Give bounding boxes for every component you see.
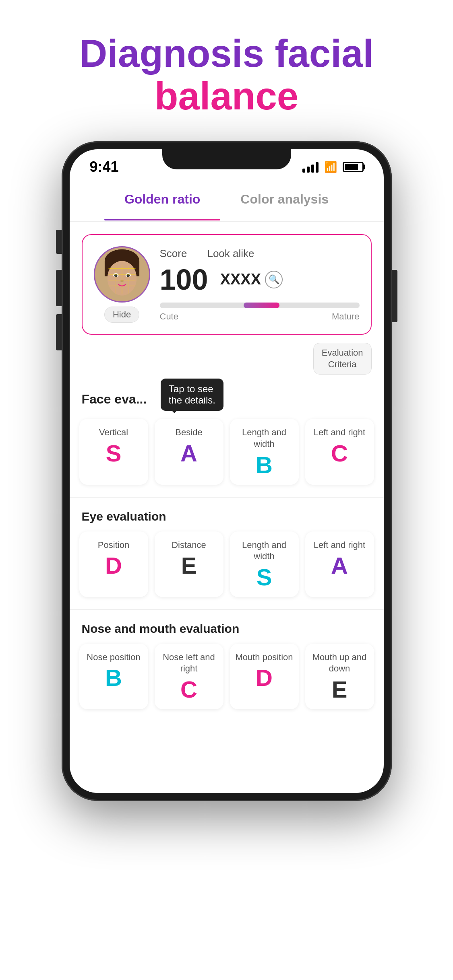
status-icons: 📶 (302, 161, 364, 173)
eval-card-label: Left and right (314, 539, 365, 551)
eval-card-label: Beside (175, 427, 202, 439)
eval-card[interactable]: Nose position B (79, 644, 148, 709)
tab-bar: Golden ratio Color analysis (70, 177, 384, 222)
volume-down-button (56, 314, 62, 350)
search-icon[interactable]: 🔍 (265, 271, 283, 288)
eval-card-label: Mouth up and down (309, 652, 370, 675)
scale-labels: Cute Mature (160, 311, 360, 322)
phone-screen: 9:41 📶 Golden ratio Color analys (70, 149, 384, 793)
eval-card-grade: D (105, 554, 122, 577)
eval-card-label: Left and right (314, 427, 365, 439)
cute-mature-scale (160, 303, 360, 308)
evaluation-criteria-button[interactable]: EvaluationCriteria (313, 343, 372, 375)
score-labels: Score Look alike (160, 247, 360, 260)
headline: Diagnosis facial balance (0, 0, 453, 133)
eval-card-label: Distance (172, 539, 206, 551)
battery-icon (343, 162, 364, 172)
divider-2 (70, 609, 384, 610)
eval-card-grade: C (331, 442, 348, 465)
eval-card[interactable]: Beside A (155, 419, 223, 484)
eval-card-label: Mouth position (235, 652, 293, 663)
look-alike-label: Look alike (207, 247, 254, 260)
score-card: Hide Score Look alike 100 XXXX 🔍 (82, 234, 372, 335)
eval-card-grade: D (256, 666, 273, 690)
wifi-icon: 📶 (324, 161, 337, 173)
face-evaluation-section: Face eva... Tap to seethe details. Verti… (70, 379, 384, 492)
eval-card-label: Position (98, 539, 129, 551)
face-evaluation-grid: Vertical S Beside A Length and width B L… (70, 415, 384, 492)
eye-evaluation-section: Eye evaluation Position D Distance E Len… (70, 502, 384, 605)
phone-mockup: 9:41 📶 Golden ratio Color analys (62, 141, 392, 801)
divider-1 (70, 497, 384, 498)
notch (162, 149, 291, 169)
power-button (392, 270, 397, 322)
signal-icon (302, 161, 319, 173)
nose-mouth-evaluation-grid: Nose position B Nose left and right C Mo… (70, 640, 384, 717)
phone-shell: 9:41 📶 Golden ratio Color analys (62, 141, 392, 801)
eval-card-grade: B (256, 453, 273, 477)
tab-golden-ratio[interactable]: Golden ratio (104, 185, 220, 213)
tab-color-analysis[interactable]: Color analysis (220, 185, 349, 213)
score-info: Score Look alike 100 XXXX 🔍 Cu (160, 247, 360, 322)
status-time: 9:41 (90, 159, 119, 175)
eval-card-grade: S (256, 566, 272, 589)
eval-card-label: Vertical (99, 427, 128, 439)
eval-card-grade: E (181, 554, 197, 577)
volume-up-button (56, 270, 62, 306)
eval-card[interactable]: Left and right C (305, 419, 374, 484)
eval-card[interactable]: Nose left and right C (155, 644, 223, 709)
nose-mouth-evaluation-title: Nose and mouth evaluation (70, 614, 384, 640)
nose-mouth-evaluation-section: Nose and mouth evaluation Nose position … (70, 614, 384, 717)
score-label: Score (160, 247, 187, 260)
scale-mature: Mature (332, 311, 359, 322)
eval-card[interactable]: Mouth position D (230, 644, 299, 709)
eval-card[interactable]: Length and width S (230, 531, 299, 597)
headline-line1: Diagnosis facial (79, 32, 374, 75)
eval-card-label: Length and width (234, 427, 295, 450)
hide-button[interactable]: Hide (104, 307, 139, 323)
tooltip-bubble: Tap to seethe details. (161, 379, 223, 411)
avatar (94, 246, 150, 303)
eval-card-label: Nose position (87, 652, 140, 663)
eval-card-grade: A (180, 442, 197, 465)
eye-evaluation-title: Eye evaluation (70, 502, 384, 527)
eval-card-label: Nose left and right (159, 652, 219, 675)
eval-card-grade: A (331, 554, 348, 577)
eval-card[interactable]: Distance E (155, 531, 223, 597)
eye-evaluation-grid: Position D Distance E Length and width S… (70, 527, 384, 605)
score-values: 100 XXXX 🔍 (160, 263, 360, 296)
face-evaluation-title: Face eva... (82, 392, 147, 406)
eval-card[interactable]: Position D (79, 531, 148, 597)
eval-card-grade: C (180, 678, 197, 701)
eval-card[interactable]: Vertical S (79, 419, 148, 484)
look-alike-value: XXXX 🔍 (220, 271, 283, 288)
score-value: 100 (160, 263, 208, 296)
eval-card-label: Length and width (234, 539, 295, 562)
eval-card-grade: B (105, 666, 122, 690)
headline-line2: balance (155, 74, 299, 117)
eval-card-grade: E (332, 678, 348, 701)
eval-card[interactable]: Mouth up and down E (305, 644, 374, 709)
eval-card-grade: S (106, 442, 122, 465)
eval-card[interactable]: Length and width B (230, 419, 299, 484)
scale-cute: Cute (160, 311, 178, 322)
eval-card[interactable]: Left and right A (305, 531, 374, 597)
mute-button (56, 230, 62, 254)
